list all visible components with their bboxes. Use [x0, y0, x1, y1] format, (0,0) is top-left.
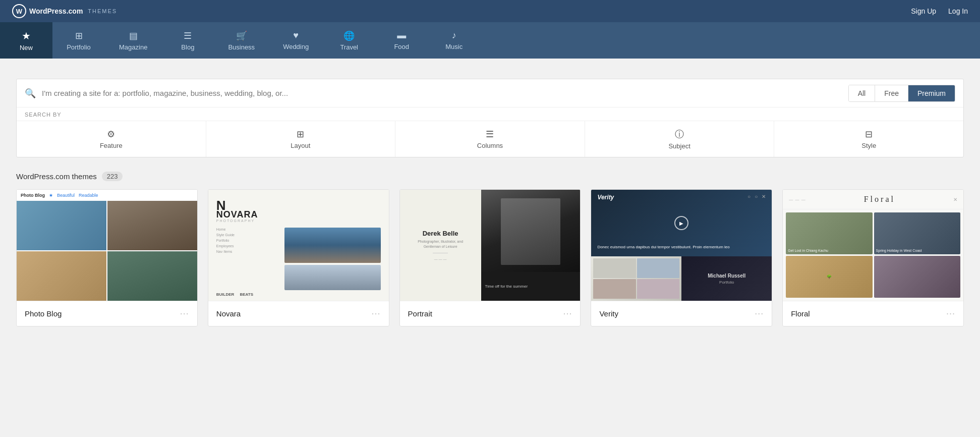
- filter-layout[interactable]: ⊞ Layout: [206, 121, 396, 157]
- blog-label: Blog: [181, 43, 194, 51]
- themes-count-row: WordPress.com themes 223: [16, 172, 964, 181]
- style-icon: ⊟: [865, 129, 873, 140]
- portrait-name: Portrait: [408, 309, 432, 318]
- verity-name: Verity: [599, 309, 618, 318]
- novara-thumbnail: N NOVARA Photography Home Style Guide Po…: [208, 190, 389, 301]
- subject-label: Subject: [668, 142, 690, 150]
- nav-item-business[interactable]: 🛒 Business: [214, 22, 269, 59]
- theme-card-photo-blog[interactable]: Photo Blog ★ Beautiful Readable Photo Bl…: [16, 189, 198, 326]
- theme-card-portrait[interactable]: Derek Belle Photographer, Illustrator, a…: [399, 189, 581, 326]
- theme-card-novara[interactable]: N NOVARA Photography Home Style Guide Po…: [208, 189, 389, 326]
- travel-label: Travel: [340, 43, 358, 51]
- nav-item-music[interactable]: ♪ Music: [428, 22, 480, 59]
- search-input[interactable]: [42, 89, 840, 97]
- nav-item-wedding[interactable]: ♥ Wedding: [269, 22, 323, 59]
- nav-item-new[interactable]: ★ New: [0, 22, 52, 59]
- novara-name: Novara: [216, 309, 241, 318]
- nav-item-blog[interactable]: ☰ Blog: [161, 22, 214, 59]
- feature-label: Feature: [100, 142, 123, 149]
- blog-icon: ☰: [184, 30, 192, 41]
- new-icon: ★: [22, 30, 31, 42]
- filter-style[interactable]: ⊟ Style: [774, 121, 963, 157]
- music-icon: ♪: [452, 30, 456, 41]
- search-icon: 🔍: [25, 88, 36, 99]
- novara-footer: Novara ···: [208, 301, 389, 326]
- floral-more-button[interactable]: ···: [946, 308, 955, 319]
- travel-icon: 🌐: [343, 30, 355, 41]
- brand-name: WordPress.com: [29, 7, 83, 15]
- layout-icon: ⊞: [297, 129, 304, 140]
- magazine-icon: ▤: [129, 30, 138, 41]
- theme-card-floral[interactable]: — — — Floral ✕ Get Lost in Chiang Kachu …: [782, 189, 964, 326]
- style-label: Style: [861, 142, 876, 149]
- theme-card-verity[interactable]: Verity ○○✕ ▶ Donec euismod urna dapibus …: [591, 189, 772, 326]
- portrait-footer: Portrait ···: [400, 301, 581, 326]
- sign-up-link[interactable]: Sign Up: [911, 7, 936, 15]
- nav-item-travel[interactable]: 🌐 Travel: [323, 22, 375, 59]
- floral-thumbnail: — — — Floral ✕ Get Lost in Chiang Kachu …: [783, 190, 963, 301]
- header-right: Sign Up Log In: [911, 7, 968, 15]
- nav-item-food[interactable]: ▬ Food: [375, 22, 428, 59]
- photo-blog-footer: Photo Blog ···: [17, 301, 197, 326]
- layout-label: Layout: [291, 142, 310, 149]
- filter-subject[interactable]: ⓘ Subject: [585, 121, 775, 157]
- filter-feature[interactable]: ⚙ Feature: [17, 121, 206, 157]
- filter-free-button[interactable]: Free: [875, 85, 908, 101]
- filter-premium-button[interactable]: Premium: [908, 85, 955, 101]
- food-icon: ▬: [397, 30, 406, 41]
- music-label: Music: [445, 43, 463, 50]
- portrait-more-button[interactable]: ···: [563, 308, 572, 319]
- wedding-icon: ♥: [293, 30, 299, 41]
- verity-more-button[interactable]: ···: [755, 308, 764, 319]
- business-label: Business: [228, 43, 255, 51]
- themes-count-label: WordPress.com themes: [16, 172, 97, 181]
- business-icon: 🛒: [236, 30, 247, 41]
- site-header: W WordPress.com THEMES Sign Up Log In: [0, 0, 980, 22]
- search-by-filters: ⚙ Feature ⊞ Layout ☰ Columns ⓘ Subject ⊟: [17, 121, 963, 157]
- photo-blog-name: Photo Blog: [25, 309, 62, 318]
- nav-item-portfolio[interactable]: ⊞ Portfolio: [52, 22, 105, 59]
- search-by-section: SEARCH BY ⚙ Feature ⊞ Layout ☰ Columns ⓘ…: [17, 107, 963, 157]
- filter-all-button[interactable]: All: [849, 85, 876, 101]
- main-nav: ★ New ⊞ Portfolio ▤ Magazine ☰ Blog 🛒 Bu…: [0, 22, 980, 59]
- novara-more-button[interactable]: ···: [372, 308, 381, 319]
- themes-label: THEMES: [88, 8, 117, 14]
- columns-icon: ☰: [486, 129, 494, 140]
- floral-name: Floral: [791, 309, 810, 318]
- header-left: W WordPress.com THEMES: [12, 4, 117, 18]
- magazine-label: Magazine: [119, 43, 147, 51]
- wp-logo-circle: W: [12, 4, 26, 18]
- portfolio-icon: ⊞: [75, 30, 83, 41]
- main-content: 🔍 All Free Premium SEARCH BY ⚙ Feature ⊞…: [0, 59, 980, 437]
- theme-grid: Photo Blog ★ Beautiful Readable Photo Bl…: [16, 189, 964, 326]
- search-by-label: SEARCH BY: [17, 107, 963, 118]
- wedding-label: Wedding: [283, 43, 309, 50]
- floral-footer: Floral ···: [783, 301, 963, 326]
- food-label: Food: [394, 43, 409, 50]
- filter-columns[interactable]: ☰ Columns: [395, 121, 585, 157]
- portfolio-label: Portfolio: [67, 43, 91, 51]
- portrait-thumbnail: Derek Belle Photographer, Illustrator, a…: [400, 190, 581, 301]
- search-area: 🔍 All Free Premium SEARCH BY ⚙ Feature ⊞…: [16, 79, 964, 157]
- new-label: New: [20, 44, 33, 51]
- wp-logo: W WordPress.com: [12, 4, 83, 18]
- photo-blog-more-button[interactable]: ···: [180, 308, 189, 319]
- filter-button-group: All Free Premium: [848, 85, 955, 102]
- verity-footer: Verity ···: [591, 301, 772, 326]
- nav-item-magazine[interactable]: ▤ Magazine: [105, 22, 161, 59]
- subject-icon: ⓘ: [675, 128, 684, 140]
- photo-blog-thumbnail: Photo Blog ★ Beautiful Readable: [17, 190, 197, 301]
- verity-thumbnail: Verity ○○✕ ▶ Donec euismod urna dapibus …: [591, 190, 772, 301]
- feature-icon: ⚙: [107, 129, 115, 140]
- log-in-link[interactable]: Log In: [948, 7, 968, 15]
- search-input-row: 🔍 All Free Premium: [17, 79, 963, 107]
- columns-label: Columns: [477, 142, 503, 149]
- count-badge: 223: [102, 172, 123, 181]
